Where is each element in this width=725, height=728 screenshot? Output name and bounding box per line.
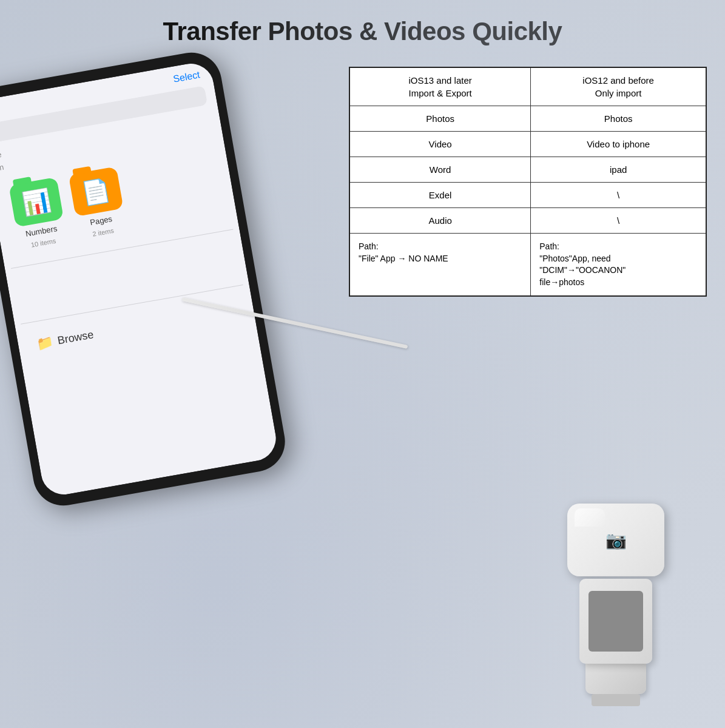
pages-icon: 📄 (79, 176, 112, 207)
table-row: Audio \ (349, 208, 706, 234)
table-cell: Photos (531, 106, 706, 132)
usb-bottom-section (585, 664, 646, 694)
table-header-col1: iOS13 and laterImport & Export (349, 67, 531, 106)
phone-screen: Select e n 📊 (0, 60, 280, 498)
comparison-table: iOS13 and laterImport & Export iOS12 and… (349, 67, 707, 297)
folder-icon-numbers: 📊 (8, 177, 64, 228)
numbers-icon: 📊 (20, 186, 53, 217)
folder-count-pages: 2 items (92, 227, 114, 238)
table-cell: Video (349, 132, 531, 157)
folder-item-numbers[interactable]: 📊 Numbers 10 items (8, 177, 68, 251)
usb-middle-section (579, 579, 652, 664)
table-path-row: Path:"File" App → NO NAME Path:"Photos"A… (349, 234, 706, 297)
comparison-table-area: iOS13 and laterImport & Export iOS12 and… (349, 67, 707, 297)
table-row: Photos Photos (349, 106, 706, 132)
phone-mockup-area: Select e n 📊 (0, 55, 285, 510)
table-cell: ipad (531, 157, 706, 183)
page-wrapper: Transfer Photos & Videos Quickly Select … (0, 0, 725, 728)
table-row: Word ipad (349, 157, 706, 183)
usb-top-section: 📷 (567, 504, 664, 576)
table-header-row: iOS13 and laterImport & Export iOS12 and… (349, 67, 706, 106)
table-cell: \ (531, 208, 706, 234)
usb-connector (592, 694, 640, 706)
table-cell: Photos (349, 106, 531, 132)
table-header-col2: iOS12 and beforeOnly import (531, 67, 706, 106)
folder-label-pages: Pages (89, 214, 113, 227)
usb-camera-icon: 📷 (605, 530, 627, 550)
browse-label: Browse (56, 328, 95, 347)
table-path-cell-col2: Path:"Photos"App, need"DCIM"→"OOCANON"fi… (531, 234, 706, 297)
table-cell: Audio (349, 208, 531, 234)
usb-gloss-highlight (575, 508, 605, 527)
folder-label-numbers: Numbers (25, 224, 58, 238)
usb-device: 📷 (555, 504, 676, 686)
phone-body: Select e n 📊 (0, 48, 290, 510)
table-cell: Video to iphone (531, 132, 706, 157)
folder-icon-pages: 📄 (69, 166, 124, 217)
table-cell-word: Word (349, 157, 531, 183)
phone-select-button[interactable]: Select (172, 69, 201, 84)
usb-sd-slot (588, 591, 643, 652)
table-path-cell-col1: Path:"File" App → NO NAME (349, 234, 531, 297)
page-title: Transfer Photos & Videos Quickly (0, 0, 725, 46)
table-row: Video Video to iphone (349, 132, 706, 157)
table-cell: \ (531, 183, 706, 208)
browse-folder-icon: 📁 (35, 334, 54, 352)
table-row: Exdel \ (349, 183, 706, 208)
folder-item-pages[interactable]: 📄 Pages 2 items (69, 166, 128, 240)
folder-count-numbers: 10 items (30, 237, 56, 249)
table-cell: Exdel (349, 183, 531, 208)
